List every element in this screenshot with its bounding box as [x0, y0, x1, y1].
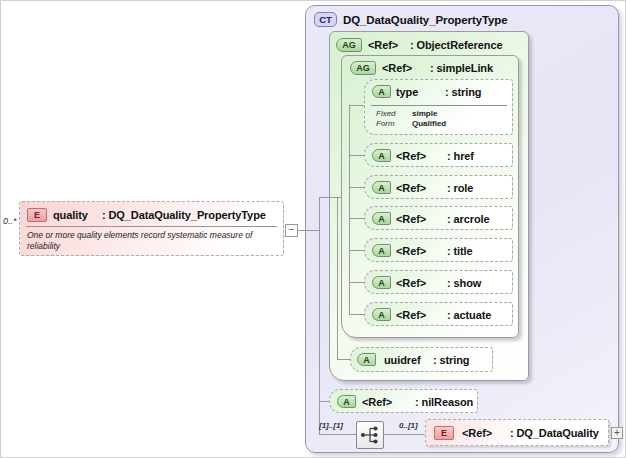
attribute-type-label: : title	[447, 245, 473, 257]
facet-value: simple	[412, 109, 437, 118]
attribute-name: uuidref	[384, 354, 421, 366]
plus-icon: +	[614, 427, 620, 438]
dq-element-type: : DQ_DataQuality	[510, 427, 599, 439]
divider	[26, 226, 277, 227]
simple-link-ref: <Ref>	[382, 62, 412, 74]
attribute-badge-icon: A	[372, 212, 391, 225]
attribute-type-label: : role	[447, 182, 473, 194]
connector-line	[349, 218, 364, 219]
attribute-show[interactable]: A <Ref> : show	[364, 270, 513, 294]
attribute-group-badge-icon: AG	[336, 38, 362, 52]
attribute-ref: <Ref>	[396, 182, 426, 194]
schema-diagram-canvas: 0..* E quality : DQ_DataQuality_Property…	[0, 0, 626, 458]
complex-type-badge-icon: CT	[314, 12, 337, 27]
dq-cardinality-label: 0..[1]	[399, 421, 418, 430]
attribute-nilreason[interactable]: A <Ref> : nilReason	[329, 389, 478, 413]
connector-line	[384, 434, 425, 435]
expand-button[interactable]: +	[611, 427, 623, 439]
connector-line	[319, 434, 356, 435]
facet-value: Qualified	[412, 119, 446, 128]
connector-line	[349, 314, 364, 315]
choice-cardinality-label: [1]..[1]	[319, 421, 343, 430]
attribute-ref: <Ref>	[396, 150, 426, 162]
attribute-arcrole[interactable]: A <Ref> : arcrole	[364, 206, 513, 230]
attribute-ref: <Ref>	[396, 277, 426, 289]
attribute-title[interactable]: A <Ref> : title	[364, 238, 513, 262]
simple-link-type: : simpleLink	[430, 62, 493, 74]
attribute-ref: <Ref>	[396, 309, 426, 321]
attribute-badge-icon: A	[372, 276, 391, 289]
connector-line	[349, 155, 364, 156]
attribute-type-label: : actuate	[447, 309, 491, 321]
quality-element-box[interactable]: E quality : DQ_DataQuality_PropertyType …	[19, 201, 284, 256]
attribute-name: type	[396, 86, 418, 98]
attribute-badge-icon: A	[372, 85, 391, 98]
connector-line	[319, 401, 329, 402]
attribute-type-label: : href	[447, 150, 474, 162]
divider	[371, 105, 507, 106]
connector-line	[337, 359, 350, 360]
attribute-group-badge-icon: AG	[350, 61, 376, 75]
attribute-type-label: : string	[445, 86, 481, 98]
attribute-type[interactable]: A type : string Fixed simple Form Qualif…	[364, 79, 513, 135]
attribute-role[interactable]: A <Ref> : role	[364, 175, 513, 199]
connector-line	[297, 230, 319, 231]
quality-cardinality-label: 0..*	[3, 216, 17, 226]
quality-annotation: One or more quality elements record syst…	[27, 230, 279, 252]
minus-icon: −	[289, 224, 295, 235]
connector-line	[349, 105, 364, 106]
switch-glyph	[357, 422, 383, 448]
connector-line	[349, 250, 364, 251]
attribute-badge-icon: A	[372, 181, 391, 194]
object-reference-ref: <Ref>	[368, 39, 398, 51]
complex-type-title: DQ_DataQuality_PropertyType	[343, 14, 508, 26]
element-badge-icon: E	[434, 426, 454, 440]
quality-element-name: quality	[53, 209, 88, 221]
attribute-href[interactable]: A <Ref> : href	[364, 143, 513, 167]
dq-element-ref: <Ref>	[462, 427, 492, 439]
quality-element-type: : DQ_DataQuality_PropertyType	[102, 209, 266, 221]
connector-line	[349, 282, 364, 283]
element-badge-icon: E	[27, 208, 47, 222]
attribute-actuate[interactable]: A <Ref> : actuate	[364, 302, 513, 326]
attribute-badge-icon: A	[372, 308, 391, 321]
attribute-type-label: : arcrole	[447, 213, 490, 225]
connector-line	[319, 197, 320, 434]
dq-dataquality-element-box[interactable]: E <Ref> : DQ_DataQuality	[425, 419, 609, 446]
attribute-badge-icon: A	[357, 353, 376, 366]
facet-label: Fixed	[376, 109, 396, 118]
attribute-type-label: : string	[433, 354, 469, 366]
connector-line	[349, 187, 364, 188]
attribute-ref: <Ref>	[396, 245, 426, 257]
connector-line	[349, 105, 350, 315]
attribute-badge-icon: A	[372, 244, 391, 257]
facet-label: Form	[376, 119, 395, 128]
choice-compositor-icon[interactable]	[356, 421, 384, 449]
attribute-type-label: : nilReason	[415, 396, 473, 408]
attribute-ref: <Ref>	[396, 213, 426, 225]
attribute-badge-icon: A	[372, 149, 391, 162]
object-reference-type: : ObjectReference	[410, 39, 502, 51]
attribute-type-label: : show	[447, 277, 481, 289]
connector-line	[337, 197, 338, 359]
attribute-badge-icon: A	[337, 395, 356, 408]
attribute-uuidref[interactable]: A uuidref : string	[350, 347, 493, 372]
attribute-ref: <Ref>	[362, 396, 392, 408]
